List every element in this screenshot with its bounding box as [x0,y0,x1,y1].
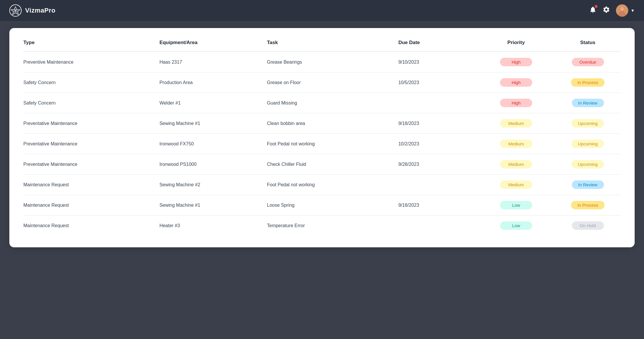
header-row: Type Equipment/Area Task Due Date Priori… [23,40,621,52]
cell-equipment: Sewing Machine #1 [155,113,262,134]
cell-type: Safety Concern [23,72,155,93]
table-row: Preventative Maintenance Sewing Machine … [23,113,621,134]
navbar-right: ▼ [589,4,635,17]
avatar-image [616,4,628,17]
col-header-priority: Priority [477,40,555,52]
col-header-status: Status [555,40,621,52]
cell-type: Preventive Maintenance [23,52,155,72]
settings-icon[interactable] [603,6,610,15]
cell-type: Maintenance Request [23,215,155,236]
cell-status: Overdue [555,52,621,72]
maintenance-table: Type Equipment/Area Task Due Date Priori… [23,40,621,236]
priority-badge: Low [500,221,532,230]
table-body: Preventive Maintenance Haas 2317 Grease … [23,52,621,236]
avatar [616,4,628,17]
cell-status: On Hold [555,215,621,236]
cell-equipment: Production Area [155,72,262,93]
priority-badge: Medium [500,140,532,148]
table-row: Maintenance Request Heater #3 Temperatur… [23,215,621,236]
status-badge: Upcoming [572,140,604,148]
cell-priority: Medium [477,175,555,195]
cell-type: Preventative Maintenance [23,154,155,175]
priority-badge: Medium [500,160,532,168]
table-row: Preventive Maintenance Haas 2317 Grease … [23,52,621,72]
cell-priority: Low [477,215,555,236]
status-badge: In Process [571,201,605,209]
cell-priority: Medium [477,113,555,134]
cell-status: In Review [555,175,621,195]
cell-priority: Medium [477,154,555,175]
cell-priority: High [477,72,555,93]
cell-task: Temperature Error [262,215,394,236]
cell-task: Check Chiller Fluid [262,154,394,175]
status-badge: On Hold [572,221,604,230]
status-badge: In Process [571,78,605,87]
brand-name: VizmaPro [25,7,55,14]
table-row: Maintenance Request Sewing Machine #2 Fo… [23,175,621,195]
cell-duedate [394,93,477,113]
cell-priority: High [477,93,555,113]
cell-priority: Low [477,195,555,215]
table-row: Preventative Maintenance Ironwood FX750 … [23,134,621,154]
priority-badge: Low [500,201,532,209]
cell-equipment: Ironwood PS1000 [155,154,262,175]
cell-equipment: Heater #3 [155,215,262,236]
col-header-task: Task [262,40,394,52]
cell-task: Clean bobbin area [262,113,394,134]
brand: V VizmaPro [9,4,55,17]
svg-text:V: V [14,9,17,12]
cell-equipment: Haas 2317 [155,52,262,72]
cell-duedate [394,215,477,236]
cell-type: Maintenance Request [23,175,155,195]
notification-dot [595,5,598,8]
table-row: Safety Concern Production Area Grease on… [23,72,621,93]
table-row: Safety Concern Welder #1 Guard Missing H… [23,93,621,113]
cell-task: Foot Pedal not working [262,175,394,195]
cell-task: Foot Pedal not working [262,134,394,154]
chevron-down-icon: ▼ [631,8,635,13]
cell-status: Upcoming [555,154,621,175]
col-header-duedate: Due Date [394,40,477,52]
cell-equipment: Ironwood FX750 [155,134,262,154]
status-badge: Overdue [572,58,604,66]
cell-duedate: 9/18/2023 [394,195,477,215]
priority-badge: Medium [500,180,532,189]
cell-task: Grease Bearings [262,52,394,72]
status-badge: Upcoming [572,160,604,168]
cell-equipment: Welder #1 [155,93,262,113]
priority-badge: Medium [500,119,532,128]
col-header-type: Type [23,40,155,52]
cell-equipment: Sewing Machine #1 [155,195,262,215]
svg-point-7 [620,7,624,11]
table-row: Preventative Maintenance Ironwood PS1000… [23,154,621,175]
navbar: V VizmaPro [0,0,644,21]
cell-status: In Process [555,195,621,215]
status-badge: Upcoming [572,119,604,128]
cell-duedate: 10/5/2023 [394,72,477,93]
cell-task: Grease on Floor [262,72,394,93]
main-content: Type Equipment/Area Task Due Date Priori… [0,21,644,254]
user-avatar-container[interactable]: ▼ [616,4,635,17]
priority-badge: High [500,99,532,107]
table-card: Type Equipment/Area Task Due Date Priori… [9,28,635,247]
cell-priority: High [477,52,555,72]
brand-logo-icon: V [9,4,22,17]
cell-status: In Review [555,93,621,113]
status-badge: In Review [572,180,604,189]
table-header: Type Equipment/Area Task Due Date Priori… [23,40,621,52]
priority-badge: High [500,58,532,66]
col-header-equipment: Equipment/Area [155,40,262,52]
cell-status: Upcoming [555,134,621,154]
cell-status: Upcoming [555,113,621,134]
notification-icon[interactable] [589,6,597,15]
cell-equipment: Sewing Machine #2 [155,175,262,195]
cell-type: Preventative Maintenance [23,113,155,134]
cell-status: In Process [555,72,621,93]
table-row: Maintenance Request Sewing Machine #1 Lo… [23,195,621,215]
cell-task: Guard Missing [262,93,394,113]
priority-badge: High [500,78,532,87]
cell-type: Maintenance Request [23,195,155,215]
cell-duedate: 9/18/2023 [394,113,477,134]
cell-duedate: 9/10/2023 [394,52,477,72]
cell-type: Safety Concern [23,93,155,113]
